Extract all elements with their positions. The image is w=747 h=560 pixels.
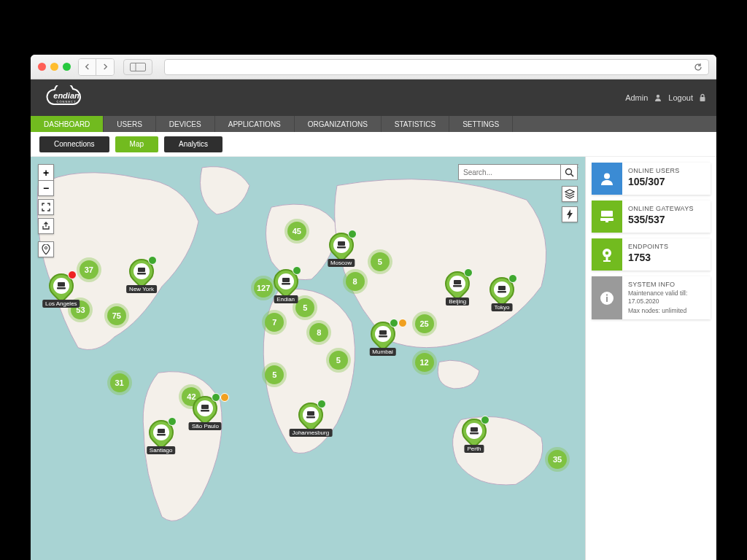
content-area: + − (31, 157, 716, 560)
svg-rect-0 (131, 63, 146, 71)
svg-point-8 (565, 168, 571, 174)
cluster-bubble[interactable]: 37 (80, 260, 98, 279)
stat-value: 1753 (628, 252, 705, 263)
gateway-pin-beijing[interactable]: Beijing (445, 271, 470, 296)
subtab-analytics[interactable]: Analytics (164, 136, 222, 152)
brand-logo[interactable]: endian CONNECT (41, 85, 92, 110)
tab-statistics[interactable]: STATISTICS (382, 116, 449, 132)
map-search (458, 164, 578, 180)
device-icon (153, 424, 169, 440)
cluster-bubble[interactable]: 5 (265, 365, 284, 384)
cluster-bubble[interactable]: 5 (295, 298, 314, 317)
cluster-bubble[interactable]: 25 (415, 314, 434, 333)
cluster-bubble[interactable]: 5 (329, 351, 348, 370)
sub-nav: ConnectionsMapAnalytics (31, 132, 716, 157)
subtab-connections[interactable]: Connections (39, 136, 109, 152)
svg-rect-24 (379, 330, 387, 335)
svg-rect-13 (137, 273, 146, 275)
pin-label: Beijing (446, 298, 469, 306)
browser-window: endian CONNECT Admin Logout DASHBOARDUSE… (31, 55, 716, 560)
map-area[interactable]: + − (31, 157, 585, 560)
cluster-bubble[interactable]: 75 (107, 306, 126, 325)
gateway-pin-new-york[interactable]: New York (129, 259, 154, 284)
svg-rect-27 (453, 285, 462, 287)
gateway-pin-mumbai[interactable]: Mumbai (371, 322, 395, 346)
sidebar-toggle-button[interactable] (123, 59, 152, 75)
svg-line-9 (570, 174, 573, 176)
zoom-out-button[interactable]: − (38, 180, 54, 196)
lock-icon (699, 93, 706, 102)
status-ok-icon (212, 393, 220, 402)
window-minimize-icon[interactable] (50, 63, 58, 71)
nav-back-button[interactable] (79, 59, 96, 75)
device-icon (197, 400, 213, 416)
gateway-pin-santiago[interactable]: Santiago (149, 420, 174, 445)
search-input[interactable] (458, 164, 560, 180)
reload-icon[interactable] (694, 63, 703, 71)
cluster-bubble[interactable]: 5 (371, 252, 390, 271)
svg-rect-39 (603, 260, 611, 262)
chevron-right-icon (102, 63, 109, 70)
gateway-pin-los-angeles[interactable]: Los Angeles (49, 273, 74, 298)
stat-card-endpoints[interactable]: ENDPOINTS1753 (592, 238, 711, 271)
gateway-pin-tokyo[interactable]: Tokyo (489, 277, 514, 302)
svg-rect-38 (606, 257, 608, 260)
cluster-bubble[interactable]: 8 (309, 323, 328, 342)
export-button[interactable] (38, 218, 54, 234)
tab-dashboard[interactable]: DASHBOARD (31, 116, 104, 132)
cluster-bubble[interactable]: 45 (287, 222, 306, 241)
svg-point-4 (657, 95, 659, 98)
logout-link[interactable]: Logout (668, 93, 693, 102)
url-bar[interactable] (164, 59, 709, 75)
chevron-left-icon (84, 63, 90, 70)
gateway-icon (592, 201, 622, 233)
user-icon (592, 163, 622, 195)
tab-settings[interactable]: SETTINGS (449, 116, 513, 132)
gateway-pin-moscow[interactable]: Moscow (329, 233, 354, 257)
stat-card-system-info[interactable]: SYSTEM INFOMaintenance valid till: 17.05… (592, 276, 711, 319)
layers-button[interactable] (562, 186, 578, 202)
bolt-button[interactable] (562, 206, 578, 222)
cluster-bubble[interactable]: 35 (548, 450, 567, 469)
window-maximize-icon[interactable] (63, 63, 71, 71)
admin-link[interactable]: Admin (625, 93, 648, 102)
svg-rect-25 (379, 335, 387, 338)
tab-organizations[interactable]: ORGANIZATIONS (295, 116, 382, 132)
zoom-in-button[interactable]: + (38, 164, 54, 180)
browser-toolbar (31, 55, 716, 79)
fullscreen-button[interactable] (38, 199, 54, 215)
pin-label: Endian (274, 295, 298, 303)
cluster-bubble[interactable]: 127 (254, 279, 273, 298)
gateway-pin-são-paulo[interactable]: São Paulo (193, 396, 217, 421)
device-icon (53, 278, 69, 294)
tab-applications[interactable]: APPLICATIONS (215, 116, 295, 132)
svg-rect-23 (306, 416, 315, 419)
nav-forward-button[interactable] (96, 59, 114, 75)
user-icon (654, 93, 662, 102)
status-ok-icon (293, 266, 301, 275)
svg-text:CONNECT: CONNECT (57, 100, 77, 104)
cluster-bubble[interactable]: 12 (415, 353, 434, 372)
search-button[interactable] (560, 164, 578, 180)
tab-users[interactable]: USERS (104, 116, 155, 132)
gateway-pin-johannesburg[interactable]: Johannesburg (298, 402, 323, 427)
gateway-pin-endian[interactable]: Endian (274, 269, 298, 294)
subtab-map[interactable]: Map (115, 136, 158, 152)
svg-rect-22 (307, 411, 314, 416)
endpoint-icon (592, 238, 622, 271)
gateway-pin-perth[interactable]: Perth (462, 419, 487, 443)
search-icon (565, 168, 574, 177)
nav-back-forward (78, 58, 115, 76)
stat-subtext: Maintenance valid till: 17.05.2020 (628, 289, 705, 306)
tab-devices[interactable]: DEVICES (156, 116, 215, 132)
cluster-bubble[interactable]: 7 (265, 313, 284, 332)
window-close-icon[interactable] (38, 63, 46, 71)
cluster-bubble[interactable]: 8 (346, 272, 365, 291)
poi-button[interactable] (38, 241, 54, 257)
svg-rect-17 (201, 410, 209, 412)
stat-card-online-users[interactable]: ONLINE USERS105/307 (592, 163, 711, 195)
cluster-bubble[interactable]: 31 (110, 373, 129, 392)
stat-card-online-gateways[interactable]: ONLINE GATEWAYS535/537 (592, 201, 711, 233)
pin-label: Perth (464, 445, 484, 453)
svg-rect-19 (282, 283, 290, 285)
